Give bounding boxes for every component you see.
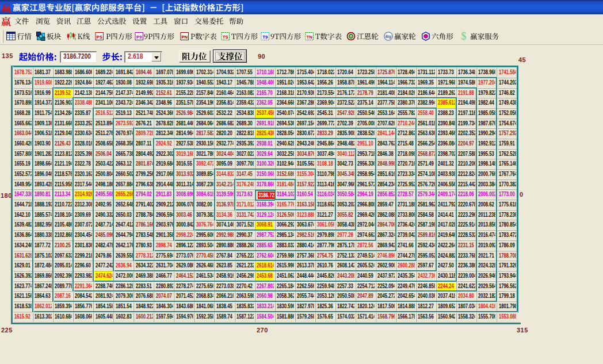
- svg-text:T9: T9: [262, 35, 268, 40]
- svg-text:$: $: [461, 30, 467, 42]
- svg-text:PS: PS: [96, 35, 102, 40]
- svg-text:TS: TS: [223, 35, 228, 40]
- svg-text:TN: TN: [307, 35, 313, 40]
- svg-text:P9: P9: [136, 35, 142, 40]
- svg-text:Big: Big: [385, 35, 391, 39]
- svg-text:PN: PN: [181, 35, 188, 40]
